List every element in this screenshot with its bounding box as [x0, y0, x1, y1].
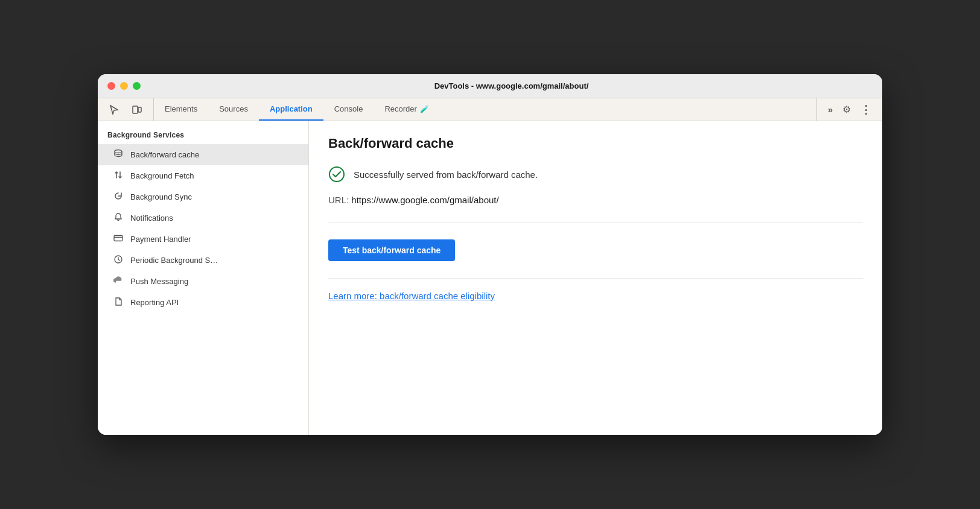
sidebar-item-push-messaging[interactable]: Push Messaging — [98, 271, 308, 292]
more-tabs-icon: » — [828, 104, 833, 115]
main-panel: Back/forward cache Successfully served f… — [309, 121, 882, 435]
learn-more-link[interactable]: Learn more: back/forward cache eligibili… — [328, 291, 495, 301]
sidebar-item-reporting-api[interactable]: Reporting API — [98, 292, 308, 313]
success-message: Successfully served from back/forward ca… — [354, 169, 538, 180]
svg-point-5 — [329, 167, 344, 182]
close-button[interactable] — [107, 82, 115, 90]
dots-icon: ⋮ — [861, 103, 871, 116]
titlebar: DevTools - www.google.com/gmail/about/ — [98, 74, 882, 98]
sidebar-item-label: Periodic Background S… — [130, 256, 218, 265]
tab-console[interactable]: Console — [323, 98, 374, 121]
maximize-button[interactable] — [133, 82, 141, 90]
sidebar-item-label: Background Fetch — [130, 171, 194, 180]
cloud-icon — [112, 276, 124, 287]
toolbar-left-icons — [98, 98, 154, 121]
tabs-container: Elements Sources Application Console Rec… — [154, 98, 816, 121]
settings-button[interactable]: ⚙ — [839, 100, 854, 119]
svg-rect-3 — [114, 236, 122, 241]
minimize-button[interactable] — [120, 82, 128, 90]
tab-recorder-label: Recorder — [384, 104, 416, 113]
clock-icon — [112, 255, 124, 266]
toolbar: Elements Sources Application Console Rec… — [98, 98, 882, 121]
sidebar-item-label: Notifications — [130, 213, 173, 223]
sidebar-item-notifications[interactable]: Notifications — [98, 207, 308, 229]
cursor-icon — [109, 104, 119, 115]
svg-point-2 — [115, 150, 122, 153]
toolbar-right-actions: » ⚙ ⋮ — [816, 98, 882, 121]
sidebar-item-label: Push Messaging — [130, 277, 188, 286]
url-row: URL: https://www.google.com/gmail/about/ — [328, 195, 863, 223]
tab-recorder[interactable]: Recorder 🧪 — [374, 98, 439, 121]
traffic-lights — [107, 82, 141, 90]
more-options-button[interactable]: ⋮ — [857, 100, 875, 120]
sidebar-item-label: Reporting API — [130, 298, 179, 307]
window-title: DevTools - www.google.com/gmail/about/ — [150, 81, 873, 90]
sidebar-item-background-fetch[interactable]: Background Fetch — [98, 165, 308, 186]
url-label: URL: — [328, 195, 349, 205]
sidebar-item-back-forward-cache[interactable]: Back/forward cache — [98, 144, 308, 165]
svg-rect-0 — [133, 106, 138, 113]
tab-elements[interactable]: Elements — [154, 98, 208, 121]
sidebar-item-label: Background Sync — [130, 192, 192, 201]
success-row: Successfully served from back/forward ca… — [328, 166, 863, 183]
test-cache-button[interactable]: Test back/forward cache — [328, 239, 455, 261]
sidebar-item-payment-handler[interactable]: Payment Handler — [98, 229, 308, 250]
sidebar-item-label: Payment Handler — [130, 235, 191, 244]
sidebar-item-periodic-background-sync[interactable]: Periodic Background S… — [98, 250, 308, 271]
credit-card-icon — [112, 233, 124, 245]
more-tabs-button[interactable]: » — [824, 101, 836, 118]
success-checkmark-icon — [328, 166, 345, 183]
bell-icon — [112, 212, 124, 224]
main-content: Background Services Back/forward cache — [98, 121, 882, 435]
tab-application[interactable]: Application — [259, 98, 323, 121]
devtools-window: DevTools - www.google.com/gmail/about/ E… — [98, 74, 882, 435]
document-icon — [112, 297, 124, 308]
database-icon — [112, 149, 124, 160]
sidebar-item-background-sync[interactable]: Background Sync — [98, 186, 308, 207]
sidebar: Background Services Back/forward cache — [98, 121, 309, 435]
arrows-updown-icon — [112, 170, 124, 182]
device-toolbar-icon — [132, 104, 142, 115]
svg-rect-1 — [138, 107, 141, 112]
device-toolbar-icon-button[interactable] — [128, 101, 146, 119]
sidebar-item-label: Back/forward cache — [130, 150, 199, 159]
sync-icon — [112, 191, 124, 203]
sidebar-section-title: Background Services — [98, 121, 308, 144]
gear-icon: ⚙ — [842, 104, 851, 115]
url-value: https://www.google.com/gmail/about/ — [351, 195, 498, 205]
panel-title: Back/forward cache — [328, 136, 863, 151]
tab-sources[interactable]: Sources — [208, 98, 259, 121]
divider — [328, 278, 863, 279]
cursor-icon-button[interactable] — [105, 101, 123, 119]
flask-icon: 🧪 — [420, 105, 429, 113]
